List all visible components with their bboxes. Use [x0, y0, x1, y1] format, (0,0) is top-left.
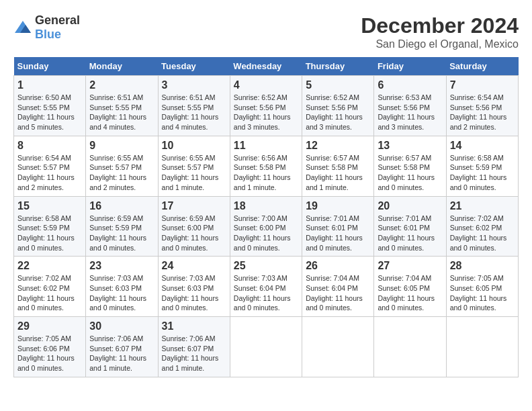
day-number: 28	[450, 260, 515, 272]
logo-text: General Blue	[35, 13, 80, 42]
calendar-week-1: 1Sunrise: 6:50 AMSunset: 5:55 PMDaylight…	[14, 76, 519, 136]
day-number: 21	[450, 200, 515, 212]
day-number: 11	[234, 140, 298, 152]
calendar-cell: 14Sunrise: 6:58 AMSunset: 5:59 PMDayligh…	[446, 136, 518, 196]
day-info: Sunrise: 6:50 AMSunset: 5:55 PMDaylight:…	[17, 93, 82, 132]
day-number: 6	[378, 79, 442, 91]
calendar-cell: 19Sunrise: 7:01 AMSunset: 6:01 PMDayligh…	[302, 196, 374, 257]
calendar-cell: 7Sunrise: 6:54 AMSunset: 5:56 PMDaylight…	[446, 76, 518, 136]
day-number: 3	[162, 79, 226, 91]
calendar-table: SundayMondayTuesdayWednesdayThursdayFrid…	[13, 57, 519, 377]
calendar-cell	[374, 317, 446, 377]
calendar-cell: 23Sunrise: 7:03 AMSunset: 6:03 PMDayligh…	[86, 257, 158, 317]
column-header-monday: Monday	[86, 57, 158, 76]
day-number: 18	[234, 200, 298, 212]
day-number: 23	[89, 260, 154, 272]
day-number: 31	[162, 320, 226, 332]
day-number: 27	[378, 260, 442, 272]
calendar-cell: 15Sunrise: 6:58 AMSunset: 5:59 PMDayligh…	[14, 196, 86, 257]
calendar-week-4: 22Sunrise: 7:02 AMSunset: 6:02 PMDayligh…	[14, 257, 519, 317]
day-number: 9	[89, 140, 154, 152]
day-number: 19	[306, 200, 370, 212]
day-info: Sunrise: 7:02 AMSunset: 6:02 PMDaylight:…	[17, 273, 82, 313]
day-number: 24	[162, 260, 226, 272]
column-header-friday: Friday	[374, 57, 446, 76]
calendar-cell: 16Sunrise: 6:59 AMSunset: 5:59 PMDayligh…	[86, 196, 158, 257]
day-number: 16	[89, 200, 154, 212]
day-info: Sunrise: 6:59 AMSunset: 6:00 PMDaylight:…	[162, 214, 226, 253]
calendar-cell: 3Sunrise: 6:51 AMSunset: 5:55 PMDaylight…	[158, 76, 230, 136]
day-info: Sunrise: 6:58 AMSunset: 5:59 PMDaylight:…	[450, 153, 515, 193]
day-number: 22	[17, 260, 82, 272]
calendar-cell: 20Sunrise: 7:01 AMSunset: 6:01 PMDayligh…	[374, 196, 446, 257]
day-number: 8	[17, 140, 82, 152]
calendar-cell: 25Sunrise: 7:03 AMSunset: 6:04 PMDayligh…	[230, 257, 302, 317]
calendar-cell: 31Sunrise: 7:06 AMSunset: 6:07 PMDayligh…	[158, 317, 230, 377]
day-number: 13	[378, 140, 442, 152]
calendar-cell: 10Sunrise: 6:55 AMSunset: 5:57 PMDayligh…	[158, 136, 230, 196]
day-number: 5	[306, 79, 370, 91]
day-number: 15	[17, 200, 82, 212]
column-header-wednesday: Wednesday	[230, 57, 302, 76]
day-info: Sunrise: 7:03 AMSunset: 6:03 PMDaylight:…	[89, 273, 154, 313]
day-info: Sunrise: 6:51 AMSunset: 5:55 PMDaylight:…	[89, 93, 154, 132]
calendar-cell: 8Sunrise: 6:54 AMSunset: 5:57 PMDaylight…	[14, 136, 86, 196]
day-info: Sunrise: 7:01 AMSunset: 6:01 PMDaylight:…	[378, 214, 442, 253]
calendar-cell: 1Sunrise: 6:50 AMSunset: 5:55 PMDaylight…	[14, 76, 86, 136]
calendar-week-2: 8Sunrise: 6:54 AMSunset: 5:57 PMDaylight…	[14, 136, 519, 196]
day-number: 29	[17, 320, 82, 332]
calendar-cell: 17Sunrise: 6:59 AMSunset: 6:00 PMDayligh…	[158, 196, 230, 257]
calendar-header-row: SundayMondayTuesdayWednesdayThursdayFrid…	[14, 57, 519, 76]
page-header: General Blue December 2024 San Diego el …	[13, 13, 519, 50]
day-info: Sunrise: 6:57 AMSunset: 5:58 PMDaylight:…	[306, 153, 370, 193]
calendar-cell: 28Sunrise: 7:05 AMSunset: 6:05 PMDayligh…	[446, 257, 518, 317]
day-info: Sunrise: 7:02 AMSunset: 6:02 PMDaylight:…	[450, 214, 515, 253]
day-number: 7	[450, 79, 515, 91]
calendar-cell: 27Sunrise: 7:04 AMSunset: 6:05 PMDayligh…	[374, 257, 446, 317]
column-header-saturday: Saturday	[446, 57, 518, 76]
day-number: 4	[234, 79, 298, 91]
main-title: December 2024	[361, 13, 519, 38]
logo-blue: Blue	[35, 28, 61, 41]
column-header-tuesday: Tuesday	[158, 57, 230, 76]
calendar-cell: 6Sunrise: 6:53 AMSunset: 5:56 PMDaylight…	[374, 76, 446, 136]
day-number: 12	[306, 140, 370, 152]
day-number: 30	[89, 320, 154, 332]
subtitle: San Diego el Organal, Mexico	[361, 38, 519, 50]
day-info: Sunrise: 7:04 AMSunset: 6:04 PMDaylight:…	[306, 273, 370, 313]
column-header-thursday: Thursday	[302, 57, 374, 76]
day-number: 2	[89, 79, 154, 91]
calendar-cell: 4Sunrise: 6:52 AMSunset: 5:56 PMDaylight…	[230, 76, 302, 136]
calendar-cell: 12Sunrise: 6:57 AMSunset: 5:58 PMDayligh…	[302, 136, 374, 196]
day-info: Sunrise: 7:06 AMSunset: 6:07 PMDaylight:…	[89, 334, 154, 373]
day-number: 20	[378, 200, 442, 212]
day-number: 17	[162, 200, 226, 212]
day-info: Sunrise: 6:54 AMSunset: 5:56 PMDaylight:…	[450, 93, 515, 132]
day-info: Sunrise: 6:54 AMSunset: 5:57 PMDaylight:…	[17, 153, 82, 193]
day-number: 1	[17, 79, 82, 91]
calendar-cell: 30Sunrise: 7:06 AMSunset: 6:07 PMDayligh…	[86, 317, 158, 377]
day-info: Sunrise: 6:58 AMSunset: 5:59 PMDaylight:…	[17, 214, 82, 253]
column-header-sunday: Sunday	[14, 57, 86, 76]
day-info: Sunrise: 6:56 AMSunset: 5:58 PMDaylight:…	[234, 153, 298, 193]
day-info: Sunrise: 6:59 AMSunset: 5:59 PMDaylight:…	[89, 214, 154, 253]
calendar-cell: 21Sunrise: 7:02 AMSunset: 6:02 PMDayligh…	[446, 196, 518, 257]
calendar-cell: 22Sunrise: 7:02 AMSunset: 6:02 PMDayligh…	[14, 257, 86, 317]
calendar-cell: 18Sunrise: 7:00 AMSunset: 6:00 PMDayligh…	[230, 196, 302, 257]
calendar-cell: 9Sunrise: 6:55 AMSunset: 5:57 PMDaylight…	[86, 136, 158, 196]
calendar-cell: 24Sunrise: 7:03 AMSunset: 6:03 PMDayligh…	[158, 257, 230, 317]
day-info: Sunrise: 6:55 AMSunset: 5:57 PMDaylight:…	[89, 153, 154, 193]
calendar-week-3: 15Sunrise: 6:58 AMSunset: 5:59 PMDayligh…	[14, 196, 519, 257]
day-number: 14	[450, 140, 515, 152]
calendar-cell: 11Sunrise: 6:56 AMSunset: 5:58 PMDayligh…	[230, 136, 302, 196]
logo: General Blue	[13, 13, 80, 42]
day-info: Sunrise: 6:53 AMSunset: 5:56 PMDaylight:…	[378, 93, 442, 132]
logo-icon	[13, 19, 32, 36]
day-info: Sunrise: 6:55 AMSunset: 5:57 PMDaylight:…	[162, 153, 226, 193]
calendar-cell: 26Sunrise: 7:04 AMSunset: 6:04 PMDayligh…	[302, 257, 374, 317]
day-info: Sunrise: 7:00 AMSunset: 6:00 PMDaylight:…	[234, 214, 298, 253]
day-info: Sunrise: 6:52 AMSunset: 5:56 PMDaylight:…	[306, 93, 370, 132]
calendar-week-5: 29Sunrise: 7:05 AMSunset: 6:06 PMDayligh…	[14, 317, 519, 377]
calendar-cell	[446, 317, 518, 377]
calendar-cell: 5Sunrise: 6:52 AMSunset: 5:56 PMDaylight…	[302, 76, 374, 136]
